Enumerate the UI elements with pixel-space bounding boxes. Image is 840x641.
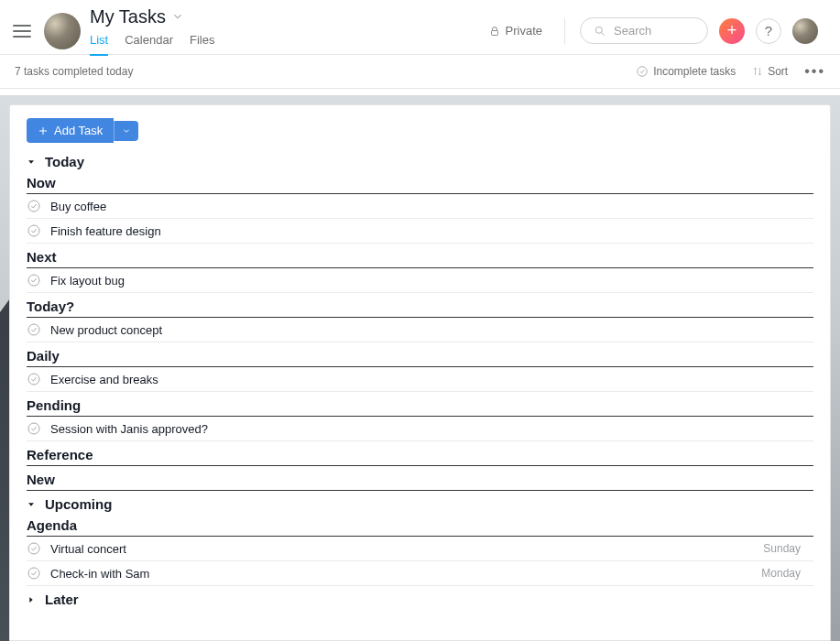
more-menu[interactable]: ••• bbox=[804, 64, 825, 79]
view-tabs: List Calendar Files bbox=[90, 29, 214, 56]
svg-rect-0 bbox=[491, 30, 497, 35]
more-icon: ••• bbox=[804, 64, 825, 79]
task-row[interactable]: Exercise and breaks bbox=[27, 367, 813, 392]
subsection-header[interactable]: Today? bbox=[27, 295, 813, 318]
user-avatar[interactable] bbox=[792, 18, 818, 44]
add-task-dropdown[interactable] bbox=[114, 121, 138, 141]
task-list-card: Add Task TodayNowBuy coffeeFinish featur… bbox=[9, 104, 831, 641]
tab-files[interactable]: Files bbox=[190, 29, 214, 56]
subsection-header[interactable]: New bbox=[27, 468, 813, 491]
quick-add-button[interactable]: + bbox=[719, 18, 745, 44]
svg-point-2 bbox=[638, 67, 648, 77]
subsection-header[interactable]: Next bbox=[27, 245, 813, 268]
svg-point-9 bbox=[28, 543, 39, 554]
filter-label: Incomplete tasks bbox=[653, 65, 736, 78]
chevron-down-icon bbox=[122, 126, 131, 136]
task-name: Finish feature design bbox=[50, 224, 813, 238]
task-name: Exercise and breaks bbox=[50, 373, 813, 386]
svg-point-4 bbox=[28, 225, 39, 236]
search-field[interactable] bbox=[580, 17, 708, 44]
subsection-header[interactable]: Pending bbox=[27, 394, 813, 417]
task-row[interactable]: Buy coffee bbox=[27, 194, 813, 219]
title-block: My Tasks List Calendar Files bbox=[90, 6, 214, 56]
question-icon: ? bbox=[765, 23, 772, 38]
completed-count: 7 tasks completed today bbox=[15, 65, 133, 78]
caret-icon[interactable] bbox=[27, 158, 36, 167]
page-title: My Tasks bbox=[90, 6, 166, 27]
filter-incomplete[interactable]: Incomplete tasks bbox=[636, 65, 736, 78]
section-header[interactable]: Later bbox=[27, 592, 813, 607]
plus-icon: + bbox=[727, 21, 737, 40]
section-title: Today bbox=[45, 154, 84, 169]
svg-point-10 bbox=[28, 568, 39, 579]
section-header[interactable]: Today bbox=[27, 154, 813, 169]
privacy-indicator[interactable]: Private bbox=[489, 24, 542, 38]
search-input[interactable] bbox=[614, 24, 696, 38]
complete-check-icon[interactable] bbox=[27, 541, 41, 556]
svg-point-6 bbox=[28, 324, 39, 335]
complete-check-icon[interactable] bbox=[27, 421, 41, 436]
section-header[interactable]: Upcoming bbox=[27, 496, 813, 512]
task-name: Session with Janis approved? bbox=[50, 422, 813, 436]
svg-point-7 bbox=[28, 374, 39, 385]
privacy-label: Private bbox=[506, 24, 542, 38]
subsection-header[interactable]: Daily bbox=[27, 344, 813, 367]
caret-icon[interactable] bbox=[27, 500, 36, 509]
tab-calendar[interactable]: Calendar bbox=[125, 29, 173, 56]
task-row[interactable]: New product concept bbox=[27, 318, 813, 342]
section-title: Upcoming bbox=[45, 496, 112, 512]
subsection-header[interactable]: Reference bbox=[27, 443, 813, 466]
sort-label: Sort bbox=[768, 65, 788, 78]
divider bbox=[564, 18, 565, 44]
complete-check-icon[interactable] bbox=[27, 372, 41, 386]
top-bar: My Tasks List Calendar Files Private + ? bbox=[0, 0, 840, 55]
plus-icon bbox=[38, 125, 49, 136]
complete-check-icon[interactable] bbox=[27, 322, 41, 337]
task-row[interactable]: Virtual concertSunday bbox=[27, 537, 813, 561]
subsection-header[interactable]: Agenda bbox=[27, 514, 813, 537]
sort-button[interactable]: Sort bbox=[752, 65, 788, 78]
tab-list[interactable]: List bbox=[90, 29, 108, 56]
sub-bar: 7 tasks completed today Incomplete tasks… bbox=[0, 55, 840, 89]
task-name: Check-in with Sam bbox=[50, 567, 752, 581]
task-name: Virtual concert bbox=[50, 542, 754, 556]
task-due-date: Monday bbox=[761, 567, 801, 580]
task-due-date: Sunday bbox=[763, 542, 801, 555]
task-name: Buy coffee bbox=[50, 200, 813, 213]
svg-point-5 bbox=[28, 275, 39, 286]
complete-check-icon[interactable] bbox=[27, 199, 41, 213]
chevron-down-icon[interactable] bbox=[171, 10, 184, 23]
svg-point-8 bbox=[28, 423, 39, 434]
menu-icon[interactable] bbox=[13, 25, 31, 38]
task-name: Fix layout bug bbox=[50, 274, 813, 288]
sort-icon bbox=[752, 66, 763, 77]
task-row[interactable]: Check-in with SamMonday bbox=[27, 561, 813, 586]
task-row[interactable]: Session with Janis approved? bbox=[27, 417, 813, 441]
task-row[interactable]: Fix layout bug bbox=[27, 268, 813, 293]
lock-icon bbox=[489, 25, 500, 38]
svg-point-1 bbox=[595, 27, 602, 33]
section-title: Later bbox=[45, 592, 79, 607]
search-icon bbox=[594, 25, 606, 38]
workspace-avatar[interactable] bbox=[44, 13, 81, 49]
svg-point-3 bbox=[28, 201, 39, 212]
subsection-header[interactable]: Now bbox=[27, 171, 813, 194]
caret-icon[interactable] bbox=[27, 595, 36, 604]
add-task-button[interactable]: Add Task bbox=[27, 118, 114, 143]
check-circle-icon bbox=[636, 65, 649, 78]
help-button[interactable]: ? bbox=[756, 18, 781, 44]
add-task-label: Add Task bbox=[54, 124, 103, 137]
complete-check-icon[interactable] bbox=[27, 273, 41, 288]
complete-check-icon[interactable] bbox=[27, 566, 41, 581]
task-name: New product concept bbox=[50, 323, 813, 337]
task-row[interactable]: Finish feature design bbox=[27, 219, 813, 244]
complete-check-icon[interactable] bbox=[27, 223, 41, 238]
